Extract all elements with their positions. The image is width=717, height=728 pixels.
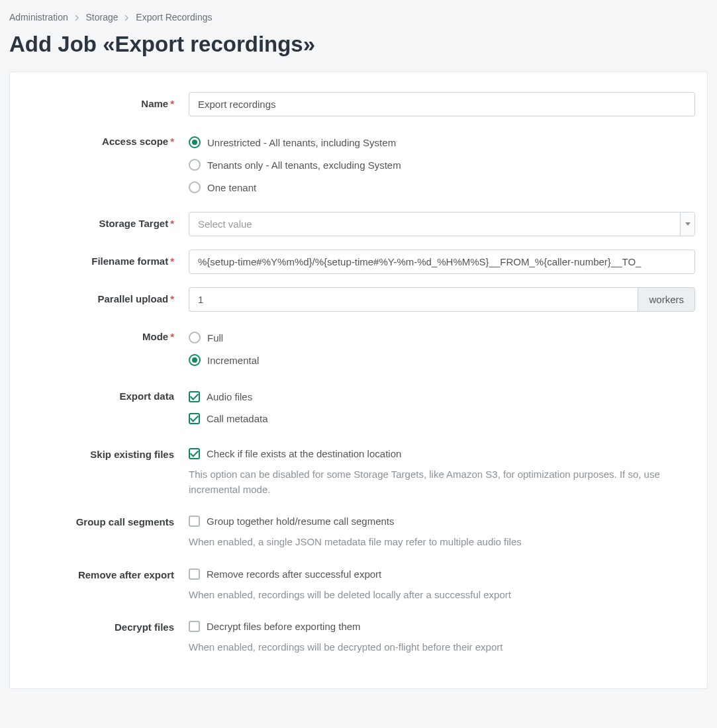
required-indicator: *: [170, 98, 174, 109]
checkbox-icon: [189, 516, 200, 527]
breadcrumb: Administration Storage Export Recordings: [0, 0, 717, 26]
radio-access-unrestricted[interactable]: Unrestricted - All tenants, including Sy…: [189, 131, 695, 154]
label-decrypt-files-text: Decrypt files: [115, 621, 174, 633]
radio-icon: [189, 181, 201, 193]
label-name: Name*: [22, 92, 189, 109]
label-decrypt-files: Decrypt files: [22, 615, 189, 633]
label-parallel-upload-text: Parallel upload: [97, 293, 168, 304]
label-storage-target: Storage Target*: [22, 212, 189, 229]
checkbox-label: Call metadata: [207, 413, 268, 424]
help-skip-existing: This option can be disabled for some Sto…: [189, 467, 695, 497]
label-remove-after: Remove after export: [22, 563, 189, 580]
label-skip-existing-text: Skip existing files: [90, 449, 174, 460]
page-title: Add Job «Export recordings»: [0, 26, 717, 71]
label-name-text: Name: [141, 98, 168, 109]
label-parallel-upload: Parallel upload*: [22, 287, 189, 304]
radio-label: Incremental: [207, 355, 259, 366]
checkbox-icon: [189, 448, 200, 459]
label-filename-format: Filename format*: [22, 250, 189, 267]
checkbox-label: Remove records after successful export: [207, 569, 381, 580]
parallel-upload-unit: workers: [638, 287, 695, 312]
checkbox-icon: [189, 621, 200, 632]
checkbox-icon: [189, 413, 200, 424]
required-indicator: *: [170, 136, 174, 147]
label-storage-target-text: Storage Target: [99, 218, 168, 229]
label-mode-text: Mode: [142, 331, 168, 342]
help-decrypt-files: When enabled, recordings will be decrypt…: [189, 640, 695, 655]
required-indicator: *: [170, 218, 174, 229]
label-mode: Mode*: [22, 325, 189, 342]
breadcrumb-link-administration[interactable]: Administration: [9, 12, 68, 23]
radio-mode-incremental[interactable]: Incremental: [189, 349, 695, 371]
storage-target-select[interactable]: Select value: [189, 212, 695, 236]
breadcrumb-current: Export Recordings: [136, 12, 212, 23]
select-placeholder: Select value: [189, 212, 680, 236]
required-indicator: *: [170, 331, 174, 342]
checkbox-label: Audio files: [207, 391, 252, 402]
label-access-scope-text: Access scope: [102, 136, 168, 147]
label-remove-after-text: Remove after export: [78, 569, 174, 580]
radio-icon: [189, 354, 201, 366]
chevron-right-icon: [124, 12, 129, 23]
required-indicator: *: [170, 255, 174, 267]
checkbox-icon: [189, 391, 200, 402]
label-group-segments-text: Group call segments: [76, 516, 174, 527]
help-group-segments: When enabled, a single JSON metadata fil…: [189, 535, 695, 550]
checkbox-export-audio[interactable]: Audio files: [189, 386, 695, 408]
filename-format-input[interactable]: [189, 250, 695, 274]
checkbox-label: Decrypt files before exporting them: [207, 621, 361, 632]
radio-label: Unrestricted - All tenants, including Sy…: [207, 137, 396, 148]
chevron-down-icon: [680, 212, 694, 236]
radio-access-tenants-only[interactable]: Tenants only - All tenants, excluding Sy…: [189, 154, 695, 176]
chevron-right-icon: [75, 12, 79, 23]
breadcrumb-link-storage[interactable]: Storage: [85, 12, 118, 23]
radio-access-one-tenant[interactable]: One tenant: [189, 176, 695, 199]
form-card: Name* Access scope* Unrestricted - All t…: [9, 71, 708, 689]
checkbox-label: Group together hold/resume call segments: [207, 516, 394, 527]
required-indicator: *: [170, 293, 174, 304]
radio-icon: [189, 332, 201, 343]
label-export-data-text: Export data: [119, 390, 174, 402]
radio-icon: [189, 159, 201, 171]
radio-label: One tenant: [207, 182, 256, 193]
radio-mode-full[interactable]: Full: [189, 326, 695, 349]
help-remove-after: When enabled, recordings will be deleted…: [189, 588, 695, 603]
parallel-upload-input[interactable]: [189, 287, 638, 312]
label-filename-format-text: Filename format: [91, 255, 168, 267]
radio-label: Full: [207, 332, 223, 343]
checkbox-decrypt-files[interactable]: Decrypt files before exporting them: [189, 615, 695, 637]
radio-label: Tenants only - All tenants, excluding Sy…: [207, 159, 401, 171]
checkbox-label: Check if file exists at the destination …: [207, 448, 401, 459]
checkbox-icon: [189, 569, 200, 580]
label-access-scope: Access scope*: [22, 130, 189, 147]
checkbox-remove-after[interactable]: Remove records after successful export: [189, 563, 695, 585]
label-export-data: Export data: [22, 385, 189, 402]
radio-icon: [189, 136, 201, 148]
checkbox-export-metadata[interactable]: Call metadata: [189, 408, 695, 430]
label-skip-existing: Skip existing files: [22, 443, 189, 460]
checkbox-group-segments[interactable]: Group together hold/resume call segments: [189, 510, 695, 532]
label-group-segments: Group call segments: [22, 510, 189, 527]
name-input[interactable]: [189, 92, 695, 116]
checkbox-skip-existing[interactable]: Check if file exists at the destination …: [189, 443, 695, 465]
